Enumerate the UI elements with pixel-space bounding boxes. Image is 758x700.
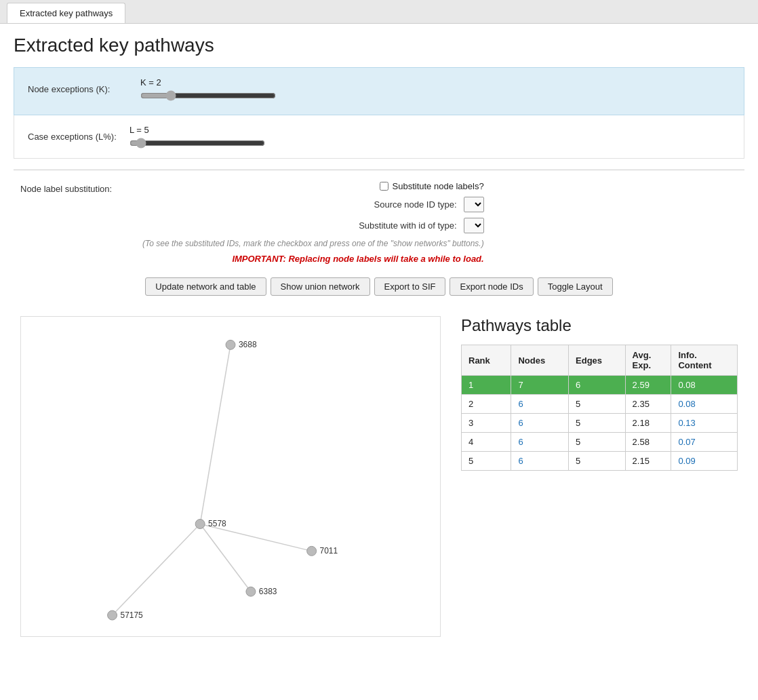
content-area: 3688 5578 7011 6383 57175 Pathways table… [14, 316, 744, 637]
node-exceptions-slider[interactable] [140, 90, 276, 101]
node-5578-label: 5578 [208, 519, 226, 528]
cell-nodes: 6 [511, 395, 569, 414]
table-row[interactable]: 4652.580.07 [462, 433, 738, 452]
cell-rank: 1 [462, 376, 511, 395]
node-exceptions-label: Node exceptions (K): [28, 84, 129, 94]
export-node-ids-button[interactable]: Export node IDs [450, 277, 533, 296]
page-title: Extracted key pathways [14, 35, 744, 56]
show-union-network-button[interactable]: Show union network [271, 277, 370, 296]
toggle-layout-button[interactable]: Toggle Layout [538, 277, 613, 296]
substitute-with-label: Substitute with id of type: [359, 220, 457, 231]
edge-3688-5578 [200, 345, 231, 524]
node-exceptions-row: Node exceptions (K): K = 2 [28, 77, 730, 101]
node-3688-label: 3688 [239, 340, 257, 349]
cell-rank: 2 [462, 395, 511, 414]
case-exceptions-slider-group: L = 5 [129, 125, 265, 149]
cell-edges: 6 [569, 376, 626, 395]
cell-rank: 3 [462, 414, 511, 433]
cell-avg-exp: 2.35 [625, 395, 671, 414]
cell-avg-exp: 2.15 [625, 452, 671, 471]
k-value-label: K = 2 [140, 77, 161, 88]
export-sif-button[interactable]: Export to SIF [374, 277, 446, 296]
node-label-substitution-label: Node label substitution: [20, 184, 142, 194]
main-container: Extracted key pathways Node exceptions (… [0, 24, 758, 648]
source-node-id-row: Source node ID type: [374, 197, 484, 212]
cell-info-content: 0.08 [671, 376, 738, 395]
cell-avg-exp: 2.58 [625, 433, 671, 452]
node-7011-label: 7011 [320, 546, 338, 556]
cell-edges: 5 [569, 452, 626, 471]
cell-avg-exp: 2.18 [625, 414, 671, 433]
tab-extracted-key-pathways[interactable]: Extracted key pathways [7, 3, 125, 23]
cell-rank: 4 [462, 433, 511, 452]
cell-avg-exp: 2.59 [625, 376, 671, 395]
pathways-table-header: Rank Nodes Edges Avg.Exp. Info.Content [462, 345, 738, 376]
cell-nodes: 7 [511, 376, 569, 395]
cell-edges: 5 [569, 395, 626, 414]
l-value-label: L = 5 [129, 125, 149, 135]
col-rank: Rank [462, 345, 511, 376]
col-avg-exp: Avg.Exp. [625, 345, 671, 376]
tab-bar: Extracted key pathways [0, 0, 758, 24]
update-network-button[interactable]: Update network and table [145, 277, 266, 296]
table-row[interactable]: 5652.150.09 [462, 452, 738, 471]
cell-rank: 5 [462, 452, 511, 471]
cell-nodes: 6 [511, 452, 569, 471]
node-57175-label: 57175 [121, 610, 144, 620]
pathways-table: Rank Nodes Edges Avg.Exp. Info.Content 1… [461, 345, 738, 471]
table-row[interactable]: 1762.590.08 [462, 376, 738, 395]
cell-info-content: 0.07 [671, 433, 738, 452]
table-row[interactable]: 3652.180.13 [462, 414, 738, 433]
substitute-with-row: Substitute with id of type: [359, 218, 484, 233]
pathways-section: Pathways table Rank Nodes Edges Avg.Exp.… [461, 316, 738, 637]
case-exceptions-row: Case exceptions (L%): L = 5 [14, 115, 744, 159]
network-svg: 3688 5578 7011 6383 57175 [21, 317, 440, 636]
important-note: IMPORTANT: Replacing node labels will ta… [232, 254, 483, 264]
node-5578 [195, 520, 205, 529]
node-6383 [246, 587, 256, 596]
action-buttons-row: Update network and table Show union netw… [14, 277, 744, 296]
table-row[interactable]: 2652.350.08 [462, 395, 738, 414]
pathways-table-title: Pathways table [461, 316, 738, 335]
cell-nodes: 6 [511, 414, 569, 433]
col-nodes: Nodes [511, 345, 569, 376]
substitute-checkbox-row: Substitute node labels? [380, 181, 484, 191]
pathways-table-body: 1762.590.082652.350.083652.180.134652.58… [462, 376, 738, 471]
source-node-id-select[interactable] [464, 197, 484, 212]
divider [14, 170, 744, 170]
table-header-row: Rank Nodes Edges Avg.Exp. Info.Content [462, 345, 738, 376]
node-6383-label: 6383 [259, 587, 277, 596]
source-node-id-label: Source node ID type: [374, 199, 457, 210]
edge-5578-57175 [113, 524, 201, 616]
cell-info-content: 0.09 [671, 452, 738, 471]
col-info-content: Info.Content [671, 345, 738, 376]
substitute-with-select[interactable] [464, 218, 484, 233]
node-exceptions-slider-group: K = 2 [140, 77, 276, 101]
substitute-checkbox-label: Substitute node labels? [393, 181, 484, 191]
case-exceptions-label: Case exceptions (L%): [28, 132, 129, 142]
node-exceptions-box: Node exceptions (K): K = 2 [14, 67, 744, 115]
cell-nodes: 6 [511, 433, 569, 452]
cell-info-content: 0.13 [671, 414, 738, 433]
cell-edges: 5 [569, 433, 626, 452]
node-label-substitution-section: Node label substitution: Substitute node… [14, 181, 744, 277]
substitution-note: (To see the substituted IDs, mark the ch… [142, 239, 484, 248]
cell-edges: 5 [569, 414, 626, 433]
substitute-checkbox[interactable] [380, 182, 388, 191]
node-3688 [226, 340, 235, 349]
substitution-controls: Substitute node labels? Source node ID t… [142, 181, 484, 264]
network-canvas: 3688 5578 7011 6383 57175 [20, 316, 441, 637]
col-edges: Edges [569, 345, 626, 376]
cell-info-content: 0.08 [671, 395, 738, 414]
node-57175 [108, 610, 117, 620]
node-7011 [307, 546, 317, 556]
case-exceptions-slider[interactable] [129, 138, 265, 149]
